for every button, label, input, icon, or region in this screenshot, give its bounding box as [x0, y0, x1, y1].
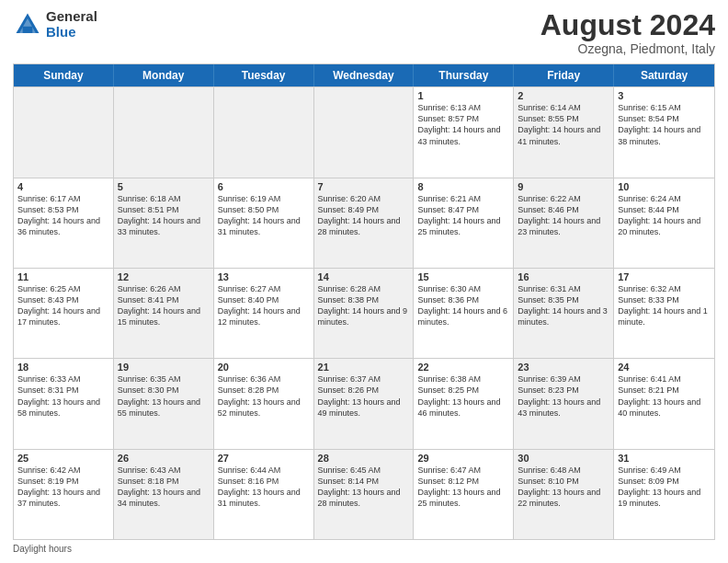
day-number: 28	[318, 453, 410, 464]
cell-info: Sunrise: 6:14 AM Sunset: 8:55 PM Dayligh…	[518, 102, 609, 147]
cell-info: Sunrise: 6:41 AM Sunset: 8:21 PM Dayligh…	[618, 373, 711, 419]
cell-info: Sunrise: 6:26 AM Sunset: 8:41 PM Dayligh…	[118, 283, 210, 328]
cal-header-friday: Friday	[514, 64, 614, 86]
footer-note: Daylight hours	[13, 544, 715, 554]
day-number: 23	[518, 362, 609, 373]
cell-info: Sunrise: 6:49 AM Sunset: 8:09 PM Dayligh…	[618, 465, 711, 510]
day-number: 18	[17, 362, 109, 373]
day-number: 12	[118, 271, 210, 282]
cell-info: Sunrise: 6:20 AM Sunset: 8:49 PM Dayligh…	[318, 193, 410, 238]
cal-cell-empty-0-1	[114, 87, 214, 177]
cal-cell-28: 28Sunrise: 6:45 AM Sunset: 8:14 PM Dayli…	[314, 450, 415, 539]
cal-cell-9: 9Sunrise: 6:22 AM Sunset: 8:46 PM Daylig…	[514, 178, 614, 268]
location: Ozegna, Piedmont, Italy	[540, 41, 715, 56]
cell-info: Sunrise: 6:22 AM Sunset: 8:46 PM Dayligh…	[518, 193, 609, 238]
cell-info: Sunrise: 6:31 AM Sunset: 8:35 PM Dayligh…	[518, 283, 609, 328]
cal-cell-14: 14Sunrise: 6:28 AM Sunset: 8:38 PM Dayli…	[314, 269, 415, 358]
day-number: 24	[618, 362, 711, 373]
cal-cell-10: 10Sunrise: 6:24 AM Sunset: 8:44 PM Dayli…	[614, 178, 714, 268]
day-number: 15	[417, 271, 509, 282]
cell-info: Sunrise: 6:38 AM Sunset: 8:25 PM Dayligh…	[417, 373, 509, 419]
cell-info: Sunrise: 6:35 AM Sunset: 8:30 PM Dayligh…	[118, 373, 210, 419]
cal-header-wednesday: Wednesday	[314, 64, 415, 86]
cal-cell-7: 7Sunrise: 6:20 AM Sunset: 8:49 PM Daylig…	[314, 178, 415, 268]
cal-cell-empty-0-3	[314, 87, 415, 177]
cal-cell-16: 16Sunrise: 6:31 AM Sunset: 8:35 PM Dayli…	[514, 269, 614, 358]
cell-info: Sunrise: 6:39 AM Sunset: 8:23 PM Dayligh…	[518, 373, 609, 419]
cal-header-thursday: Thursday	[414, 64, 514, 86]
day-number: 30	[518, 453, 609, 464]
cell-info: Sunrise: 6:15 AM Sunset: 8:54 PM Dayligh…	[618, 102, 711, 147]
cell-info: Sunrise: 6:13 AM Sunset: 8:57 PM Dayligh…	[417, 102, 509, 147]
day-number: 16	[518, 271, 609, 282]
cal-cell-3: 3Sunrise: 6:15 AM Sunset: 8:54 PM Daylig…	[614, 87, 714, 177]
cell-info: Sunrise: 6:18 AM Sunset: 8:51 PM Dayligh…	[118, 193, 210, 238]
cell-info: Sunrise: 6:42 AM Sunset: 8:19 PM Dayligh…	[17, 465, 109, 510]
day-number: 27	[218, 453, 310, 464]
cell-info: Sunrise: 6:32 AM Sunset: 8:33 PM Dayligh…	[618, 283, 711, 328]
day-number: 8	[417, 181, 509, 192]
cal-row-2: 11Sunrise: 6:25 AM Sunset: 8:43 PM Dayli…	[14, 268, 714, 358]
calendar-body: 1Sunrise: 6:13 AM Sunset: 8:57 PM Daylig…	[14, 86, 714, 539]
cal-cell-1: 1Sunrise: 6:13 AM Sunset: 8:57 PM Daylig…	[414, 87, 514, 177]
cal-cell-24: 24Sunrise: 6:41 AM Sunset: 8:21 PM Dayli…	[614, 359, 714, 448]
day-number: 22	[417, 362, 509, 373]
logo-text: General Blue	[46, 9, 97, 40]
day-number: 31	[618, 453, 711, 464]
day-number: 13	[218, 271, 310, 282]
title-block: August 2024 Ozegna, Piedmont, Italy	[540, 9, 715, 56]
cal-cell-17: 17Sunrise: 6:32 AM Sunset: 8:33 PM Dayli…	[614, 269, 714, 358]
cal-header-saturday: Saturday	[614, 64, 714, 86]
cell-info: Sunrise: 6:30 AM Sunset: 8:36 PM Dayligh…	[417, 283, 509, 328]
cell-info: Sunrise: 6:48 AM Sunset: 8:10 PM Dayligh…	[518, 465, 609, 510]
cal-cell-26: 26Sunrise: 6:43 AM Sunset: 8:18 PM Dayli…	[114, 450, 214, 539]
day-number: 2	[518, 90, 609, 101]
cal-cell-13: 13Sunrise: 6:27 AM Sunset: 8:40 PM Dayli…	[214, 269, 314, 358]
cal-cell-6: 6Sunrise: 6:19 AM Sunset: 8:50 PM Daylig…	[214, 178, 314, 268]
day-number: 5	[118, 181, 210, 192]
cell-info: Sunrise: 6:33 AM Sunset: 8:31 PM Dayligh…	[17, 373, 109, 419]
cell-info: Sunrise: 6:25 AM Sunset: 8:43 PM Dayligh…	[17, 283, 109, 328]
day-number: 6	[218, 181, 310, 192]
cell-info: Sunrise: 6:37 AM Sunset: 8:26 PM Dayligh…	[318, 373, 410, 419]
logo-icon	[13, 10, 42, 40]
cell-info: Sunrise: 6:28 AM Sunset: 8:38 PM Dayligh…	[318, 283, 410, 328]
cal-cell-empty-0-2	[214, 87, 314, 177]
cal-cell-11: 11Sunrise: 6:25 AM Sunset: 8:43 PM Dayli…	[14, 269, 114, 358]
day-number: 1	[417, 90, 509, 101]
day-number: 14	[318, 271, 410, 282]
cal-cell-21: 21Sunrise: 6:37 AM Sunset: 8:26 PM Dayli…	[314, 359, 415, 448]
svg-rect-2	[23, 26, 33, 32]
calendar-header-row: SundayMondayTuesdayWednesdayThursdayFrid…	[14, 64, 714, 86]
cell-info: Sunrise: 6:45 AM Sunset: 8:14 PM Dayligh…	[318, 465, 410, 510]
cal-cell-25: 25Sunrise: 6:42 AM Sunset: 8:19 PM Dayli…	[14, 450, 114, 539]
header: General Blue August 2024 Ozegna, Piedmon…	[13, 9, 715, 56]
cal-header-sunday: Sunday	[14, 64, 114, 86]
cell-info: Sunrise: 6:17 AM Sunset: 8:53 PM Dayligh…	[17, 193, 109, 238]
cal-row-1: 4Sunrise: 6:17 AM Sunset: 8:53 PM Daylig…	[14, 178, 714, 268]
day-number: 29	[417, 453, 509, 464]
day-number: 11	[17, 271, 109, 282]
cal-cell-5: 5Sunrise: 6:18 AM Sunset: 8:51 PM Daylig…	[114, 178, 214, 268]
cell-info: Sunrise: 6:36 AM Sunset: 8:28 PM Dayligh…	[218, 373, 310, 419]
cal-cell-18: 18Sunrise: 6:33 AM Sunset: 8:31 PM Dayli…	[14, 359, 114, 448]
day-number: 10	[618, 181, 711, 192]
cell-info: Sunrise: 6:44 AM Sunset: 8:16 PM Dayligh…	[218, 465, 310, 510]
cal-cell-31: 31Sunrise: 6:49 AM Sunset: 8:09 PM Dayli…	[614, 450, 714, 539]
day-number: 17	[618, 271, 711, 282]
day-number: 26	[118, 453, 210, 464]
cell-info: Sunrise: 6:47 AM Sunset: 8:12 PM Dayligh…	[417, 465, 509, 510]
day-number: 19	[118, 362, 210, 373]
cal-cell-4: 4Sunrise: 6:17 AM Sunset: 8:53 PM Daylig…	[14, 178, 114, 268]
day-number: 7	[318, 181, 410, 192]
cell-info: Sunrise: 6:24 AM Sunset: 8:44 PM Dayligh…	[618, 193, 711, 238]
cal-cell-29: 29Sunrise: 6:47 AM Sunset: 8:12 PM Dayli…	[414, 450, 514, 539]
cal-cell-15: 15Sunrise: 6:30 AM Sunset: 8:36 PM Dayli…	[414, 269, 514, 358]
cal-header-monday: Monday	[114, 64, 214, 86]
cell-info: Sunrise: 6:27 AM Sunset: 8:40 PM Dayligh…	[218, 283, 310, 328]
logo: General Blue	[13, 9, 97, 40]
cal-cell-8: 8Sunrise: 6:21 AM Sunset: 8:47 PM Daylig…	[414, 178, 514, 268]
day-number: 9	[518, 181, 609, 192]
cal-cell-30: 30Sunrise: 6:48 AM Sunset: 8:10 PM Dayli…	[514, 450, 614, 539]
cal-cell-empty-0-0	[14, 87, 114, 177]
